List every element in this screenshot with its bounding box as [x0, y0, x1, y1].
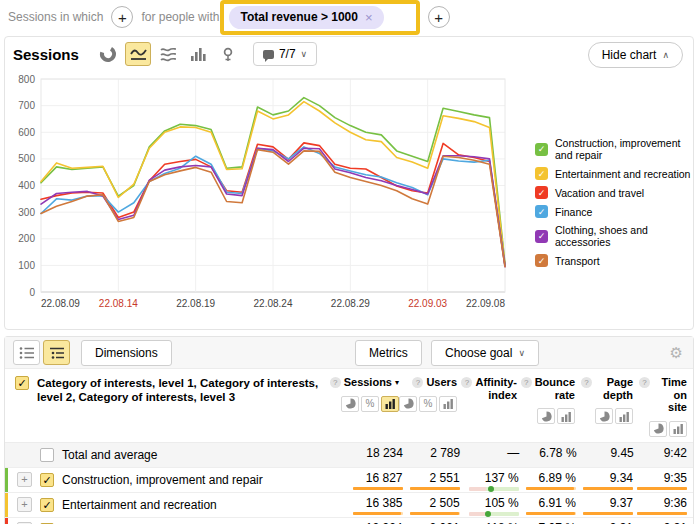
y-axis-tick-label: 0: [29, 287, 35, 298]
column-header-users[interactable]: ?Users%: [405, 369, 463, 442]
segments-selector[interactable]: 7/7 ∨: [253, 42, 317, 66]
line-chart-icon[interactable]: [125, 42, 151, 66]
help-icon[interactable]: ?: [581, 377, 592, 388]
bars-display-button[interactable]: [381, 396, 399, 412]
remove-filter-icon[interactable]: ×: [365, 10, 373, 25]
display-mode-buttons: %: [341, 396, 399, 412]
legend-item-finance[interactable]: ✓Finance: [535, 205, 693, 218]
hide-chart-label: Hide chart: [602, 48, 657, 62]
value-cell-affinity-index: 105 %: [466, 493, 525, 516]
add-session-condition-button[interactable]: +: [111, 6, 133, 28]
legend-item-construction-improvement-and-repair[interactable]: ✓Construction, improvement and repair: [535, 137, 693, 161]
value-cell-affinity-index: 137 %: [466, 468, 525, 491]
expand-row-button[interactable]: +: [17, 472, 32, 487]
pie-display-button[interactable]: [595, 408, 613, 424]
legend-label: Construction, improvement and repair: [555, 137, 693, 161]
column-header-sessions[interactable]: ?Sessions▾%: [345, 369, 405, 442]
cell-bar-fill: [526, 512, 575, 515]
cell-value: 16 385: [366, 496, 403, 510]
table-row-construction-improvement-and-repair: +✓Construction, improvement and repair16…: [5, 468, 693, 493]
cell-bar-fill: [637, 512, 687, 515]
choose-goal-button[interactable]: Choose goal ∨: [431, 340, 539, 366]
cell-bar-fill: [637, 487, 687, 490]
cell-bar-track: [410, 487, 460, 490]
dimension-cell: +✓Entertainment and recreation: [5, 493, 349, 517]
value-cell-time-on-site: 9:42: [640, 443, 693, 460]
pie-display-button[interactable]: [649, 421, 667, 437]
cell-value: 18 234: [366, 446, 403, 460]
percent-icon: %: [424, 398, 433, 409]
cell-bar-fill: [410, 487, 460, 490]
legend-item-transport[interactable]: ✓Transport: [535, 254, 693, 267]
flat-list-icon[interactable]: [13, 340, 40, 365]
stacked-area-icon[interactable]: [155, 42, 181, 66]
value-cell-users: 2 021: [409, 518, 466, 524]
legend-item-entertainment-and-recreation[interactable]: ✓Entertainment and recreation: [535, 167, 693, 180]
legend-checkbox-icon: ✓: [535, 230, 548, 243]
filter-chip-total-revenue[interactable]: Total revenue > 1000 ×: [229, 6, 383, 29]
sort-desc-icon: ▾: [395, 378, 399, 387]
table-row-total-and-average: Total and average18 2342 789—6.78 %9.459…: [5, 443, 693, 468]
row-checkbox[interactable]: [40, 448, 54, 462]
sessions-in-which-label: Sessions in which: [8, 10, 103, 24]
pie-display-button[interactable]: [341, 396, 359, 412]
bars-display-button[interactable]: [439, 396, 457, 412]
column-header-time-on-site[interactable]: ?Time on site: [639, 369, 693, 442]
donut-chart-icon[interactable]: [95, 42, 121, 66]
help-icon[interactable]: ?: [461, 377, 472, 388]
column-header-affinity-index[interactable]: ?Affinity-index: [463, 369, 523, 442]
affinity-bullet-bar: [469, 487, 519, 491]
pie-display-button[interactable]: [399, 396, 417, 412]
cell-bar-track: [637, 512, 687, 515]
column-header-label: Time on site: [653, 376, 687, 414]
legend-label: Finance: [555, 206, 592, 218]
help-icon[interactable]: ?: [330, 377, 341, 388]
help-icon[interactable]: ?: [639, 377, 650, 388]
add-user-condition-button[interactable]: +: [428, 6, 450, 28]
legend-checkbox-icon: ✓: [535, 254, 548, 267]
row-label[interactable]: Construction, improvement and repair: [62, 473, 263, 487]
dimension-header-cell: ✓ Category of interests, level 1, Catego…: [5, 369, 345, 442]
legend-label: Clothing, shoes and accessories: [555, 224, 693, 248]
row-label[interactable]: Total and average: [62, 448, 157, 462]
x-axis-tick-label: 22.09.03: [408, 298, 447, 309]
value-cell-affinity-index: —: [466, 443, 525, 460]
affinity-marker: [485, 511, 491, 517]
percent-display-button[interactable]: %: [361, 396, 379, 412]
cell-value: 6.78 %: [539, 446, 576, 460]
metrics-button[interactable]: Metrics: [355, 340, 422, 366]
help-icon[interactable]: ?: [521, 377, 532, 388]
row-checkbox[interactable]: ✓: [40, 473, 54, 487]
sessions-chart[interactable]: 010020030040050060070080022.08.0922.08.1…: [5, 71, 535, 319]
map-pin-icon[interactable]: [215, 42, 241, 66]
percent-display-button[interactable]: %: [419, 396, 437, 412]
chart-section: Sessions 7/7 ∨ Hide chart ∧ 010020030040…: [4, 36, 694, 330]
legend-item-vacation-and-travel[interactable]: ✓Vacation and travel: [535, 186, 693, 199]
column-header-label: Sessions: [344, 376, 392, 389]
pie-display-button[interactable]: [537, 408, 555, 424]
select-all-checkbox[interactable]: ✓: [15, 376, 29, 390]
row-label[interactable]: Entertainment and recreation: [62, 498, 217, 512]
legend-item-clothing-shoes-and-accessories[interactable]: ✓Clothing, shoes and accessories: [535, 224, 693, 248]
hide-chart-button[interactable]: Hide chart ∧: [588, 42, 683, 68]
cell-bar-fill: [583, 487, 633, 490]
cell-value: 2 789: [430, 446, 460, 460]
column-header-bounce-rate[interactable]: ?Bounce rate: [523, 369, 581, 442]
column-header-page-depth[interactable]: ?Page depth: [581, 369, 639, 442]
x-axis-tick-label: 22.08.29: [331, 298, 370, 309]
value-cell-sessions: 16 827: [349, 468, 408, 490]
column-chart-icon[interactable]: [185, 42, 211, 66]
expand-row-button[interactable]: +: [17, 497, 32, 512]
bars-display-button[interactable]: [557, 408, 575, 424]
tree-view-icon[interactable]: [43, 340, 70, 365]
bars-display-button[interactable]: [669, 421, 687, 437]
help-icon[interactable]: ?: [412, 377, 423, 388]
dimension-cell: +✓Vacation and travel: [5, 518, 349, 524]
dimensions-button[interactable]: Dimensions: [81, 340, 172, 366]
segmentation-bar: Sessions in which + for people with Tota…: [0, 0, 698, 34]
row-checkbox[interactable]: ✓: [40, 498, 54, 512]
gear-icon[interactable]: ⚙: [670, 344, 683, 362]
dimension-cell: +✓Construction, improvement and repair: [5, 468, 349, 492]
row-color-stripe: [5, 468, 8, 492]
bars-display-button[interactable]: [615, 408, 633, 424]
